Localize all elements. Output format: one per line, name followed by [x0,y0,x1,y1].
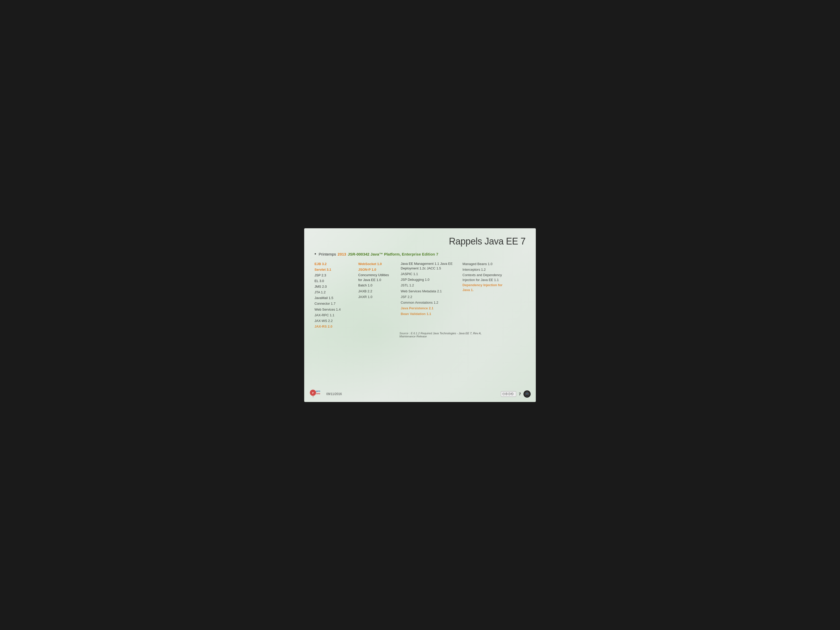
svg-text:☕: ☕ [312,396,314,398]
list-item: JAX-RS 2.0 [314,324,356,329]
list-item: Bean Validation 1.1 [401,311,460,317]
list-item: Contexts and DependencyInjection for Jav… [463,273,519,283]
footer-left: P paris JUG ☕ 09/11/2016 [309,389,342,399]
footer-right: 🅭🅯🄍🄎 7 [501,390,531,398]
paris-jug-logo: P paris JUG ☕ [309,389,322,399]
svg-point-12 [527,392,527,392]
list-item: EJB 3.2 [314,262,356,267]
list-item: Interceptors 1.2 [463,267,519,272]
list-item: Dependency Injection forJava 1. [463,283,519,293]
slide: Rappels Java EE 7 • Printemps 2013 JSR-0… [304,228,536,402]
list-item: Web Services Metadata 2.1 [401,289,460,294]
list-item: Common Annotations 1.2 [401,300,460,305]
subtitle-jsr: JSR-000342 Java™ Platform, Enterprise Ed… [348,252,438,256]
column-4: Managed Beans 1.0 Interceptors 1.2 Conte… [463,262,519,329]
list-item: JSP 2.3 [314,273,356,278]
svg-text:🅭🅯🄍🄎: 🅭🅯🄍🄎 [502,392,514,396]
list-item: JMS 2.0 [314,284,356,289]
subtitle-line: • Printemps 2013 JSR-000342 Java™ Platfo… [314,251,526,257]
list-item: Connector 1.7 [314,301,356,306]
svg-text:P: P [312,392,314,394]
list-item: JSF 2.2 [401,294,460,300]
svg-text:JUG: JUG [316,392,320,395]
list-item: Managed Beans 1.0 [463,262,519,267]
list-item: WebSocket 1.0 [358,262,398,267]
svg-rect-9 [526,393,527,394]
list-item: Web Services 1.4 [314,307,356,312]
list-item: JavaMail 1.5 [314,295,356,301]
svg-rect-10 [527,393,528,394]
list-item: Java EE Management 1.1 Java EEDeployment… [401,262,460,271]
footer: P paris JUG ☕ 09/11/2016 🅭🅯🄍🄎 7 [304,389,536,399]
list-item: JSP Debugging 1.0 [401,277,460,282]
list-item: JASPIC 1.1 [401,272,460,277]
list-item: Java Persistence 2.1 [401,306,460,311]
mascot-icon [523,390,531,398]
list-item: Concurrency Utilitiesfor Java EE 1.0 [358,273,398,283]
list-item: JAXB 2.2 [358,289,398,294]
column-3: Java EE Management 1.1 Java EEDeployment… [401,262,460,329]
list-item: JSON-P 1.0 [358,267,398,272]
subtitle-year: 2013 [338,252,346,256]
svg-text:paris: paris [316,390,321,392]
subtitle-prefix: Printemps [319,252,336,256]
column-2: WebSocket 1.0 JSON-P 1.0 Concurrency Uti… [358,262,398,329]
footer-date: 09/11/2016 [326,392,342,396]
list-item: Servlet 3.1 [314,267,356,272]
columns-wrapper: EJB 3.2 Servlet 3.1 JSP 2.3 EL 3.0 JMS 2… [314,262,526,329]
source-note: Source : E.6.1.2 Required Java Technolog… [399,332,526,338]
list-item: JAX-RPC 1.1 [314,313,356,318]
list-item: JAX-WS 2.2 [314,318,356,324]
list-item: Batch 1.0 [358,283,398,288]
cc-icon: 🅭🅯🄍🄎 [501,392,516,396]
page-number: 7 [519,392,521,396]
list-item: JSTL 1.2 [401,283,460,288]
list-item: JAXR 1.0 [358,294,398,300]
bullet: • [314,251,316,257]
list-item: EL 3.0 [314,278,356,284]
slide-title: Rappels Java EE 7 [314,236,526,247]
column-1: EJB 3.2 Servlet 3.1 JSP 2.3 EL 3.0 JMS 2… [314,262,356,329]
list-item: JTA 1.2 [314,290,356,295]
cc-license-badge: 🅭🅯🄍🄎 [501,391,516,397]
